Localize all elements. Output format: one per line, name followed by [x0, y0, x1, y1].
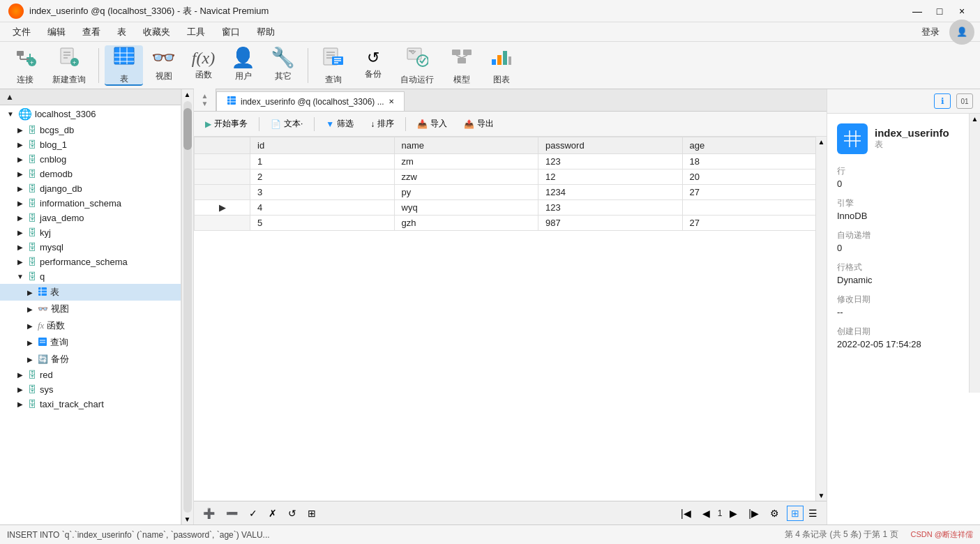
next-page-button[interactable]: ▶	[726, 506, 741, 520]
cell-1-age[interactable]: 18	[682, 154, 827, 169]
toolbar-chart[interactable]: 图表	[482, 45, 520, 86]
toolbar-query[interactable]: 查询	[314, 45, 352, 86]
first-page-button[interactable]: |◀	[677, 506, 695, 520]
sidebar-item-cnblog[interactable]: ▶ 🗄 cnblog	[0, 152, 181, 167]
sidebar-scroll-down-btn[interactable]: ▼	[183, 514, 193, 524]
sidebar-item-demodb[interactable]: ▶ 🗄 demodb	[0, 167, 181, 181]
query-expand[interactable]: ▶	[25, 339, 35, 347]
menu-view[interactable]: 查看	[75, 24, 107, 40]
sidebar-item-java_demo[interactable]: ▶ 🗄 java_demo	[0, 211, 181, 225]
table-scroll-up-btn[interactable]: ▲	[817, 137, 827, 147]
sidebar-item-kyj[interactable]: ▶ 🗄 kyj	[0, 225, 181, 240]
table-row[interactable]: 2 zzw 12 20	[195, 169, 827, 185]
toolbar-connect[interactable]: + 连接	[6, 45, 44, 86]
cell-4-password[interactable]: 123	[538, 200, 683, 216]
cell-4-id[interactable]: 4	[250, 200, 395, 216]
grid-view-button[interactable]: ⊞	[787, 506, 804, 521]
cell-5-age[interactable]: 27	[682, 216, 827, 231]
views-expand[interactable]: ▶	[25, 305, 35, 313]
cell-2-id[interactable]: 2	[250, 169, 395, 185]
sidebar-item-q-views[interactable]: ▶ 👓 视图	[0, 301, 181, 317]
sidebar-item-q-tables[interactable]: ▶ 表	[0, 284, 181, 301]
sort-button[interactable]: ↓ 排序	[365, 116, 400, 131]
toolbar-function[interactable]: f(x) 函数	[184, 45, 223, 86]
right-scrollbar[interactable]: ▲	[969, 114, 980, 393]
menu-file[interactable]: 文件	[6, 24, 38, 40]
filter-button[interactable]: ▼ 筛选	[320, 116, 359, 131]
cell-1-password[interactable]: 123	[538, 154, 683, 169]
info-panel-button[interactable]: ℹ	[934, 93, 951, 109]
toolbar-new-query[interactable]: + 新建查询	[45, 45, 93, 86]
toolbar-table[interactable]: 表	[105, 45, 143, 86]
page-settings-button[interactable]: ⚙	[767, 506, 783, 520]
remove-row-button[interactable]: ➖	[223, 506, 241, 520]
col-header-name[interactable]: name	[394, 137, 538, 154]
table-scroll-down-btn[interactable]: ▼	[817, 490, 827, 501]
sidebar-item-q-backups[interactable]: ▶ 🔄 备份	[0, 351, 181, 368]
list-view-button[interactable]: ☰	[805, 506, 821, 521]
menu-tools[interactable]: 工具	[180, 24, 212, 40]
java-expand[interactable]: ▶	[15, 214, 25, 222]
red-expand[interactable]: ▶	[15, 371, 25, 379]
cell-1-name[interactable]: zm	[394, 154, 538, 169]
prev-page-button[interactable]: ◀	[699, 506, 714, 520]
bcgs-expand[interactable]: ▶	[15, 126, 25, 134]
info-expand[interactable]: ▶	[15, 199, 25, 207]
last-page-button[interactable]: |▶	[745, 506, 762, 520]
toolbar-model[interactable]: 模型	[442, 45, 481, 86]
func-expand[interactable]: ▶	[25, 322, 35, 330]
cell-2-name[interactable]: zzw	[394, 169, 538, 185]
toolbar-backup[interactable]: ↺ 备份	[354, 45, 392, 86]
toolbar-user[interactable]: 👤 用户	[224, 45, 262, 86]
sidebar-item-red[interactable]: ▶ 🗄 red	[0, 368, 181, 382]
menu-edit[interactable]: 编辑	[40, 24, 73, 40]
perf-expand[interactable]: ▶	[15, 258, 25, 266]
sidebar-item-q-queries[interactable]: ▶ 查询	[0, 334, 181, 351]
django-expand[interactable]: ▶	[15, 185, 25, 192]
menu-favorites[interactable]: 收藏夹	[136, 24, 177, 40]
mysql-expand[interactable]: ▶	[15, 243, 25, 251]
cancel-row-button[interactable]: ✗	[265, 506, 280, 520]
refresh-button[interactable]: ↺	[285, 506, 300, 520]
import-button[interactable]: 📥 导入	[412, 116, 453, 131]
minimize-button[interactable]: —	[907, 3, 927, 19]
cell-4-name[interactable]: wyq	[394, 200, 538, 216]
sidebar-item-q-functions[interactable]: ▶ fx 函数	[0, 317, 181, 334]
cell-2-age[interactable]: 20	[682, 169, 827, 185]
user-avatar[interactable]: 👤	[949, 20, 974, 45]
blog-expand[interactable]: ▶	[15, 141, 25, 149]
table-row[interactable]: ▶ 4 wyq 123 16	[195, 200, 827, 216]
sidebar-scrollbar[interactable]: ▲ ▼	[181, 89, 193, 524]
sidebar-scroll-thumb[interactable]	[183, 108, 192, 150]
maximize-button[interactable]: □	[930, 3, 949, 19]
cell-3-age[interactable]: 27	[682, 185, 827, 200]
sys-expand[interactable]: ▶	[15, 386, 25, 393]
grid-settings-button[interactable]: ⊞	[304, 506, 319, 520]
sidebar-item-blog_1[interactable]: ▶ 🗄 blog_1	[0, 137, 181, 152]
col-header-password[interactable]: password	[538, 137, 683, 154]
add-row-button[interactable]: ➕	[199, 506, 218, 520]
cell-3-password[interactable]: 1234	[538, 185, 683, 200]
cell-5-password[interactable]: 987	[538, 216, 683, 231]
sidebar-item-sys[interactable]: ▶ 🗄 sys	[0, 382, 181, 397]
tab-close-icon[interactable]: ✕	[389, 98, 394, 105]
cell-2-password[interactable]: 12	[538, 169, 683, 185]
taxi-expand[interactable]: ▶	[15, 400, 25, 408]
begin-transaction-button[interactable]: ▶ 开始事务	[199, 116, 253, 131]
sidebar-scroll-up-btn[interactable]: ▲	[183, 89, 193, 100]
q-expand[interactable]: ▼	[15, 273, 25, 280]
sidebar-item-mysql[interactable]: ▶ 🗄 mysql	[0, 240, 181, 255]
menu-window[interactable]: 窗口	[215, 24, 247, 40]
toolbar-other[interactable]: 🔧 其它	[264, 45, 302, 86]
sidebar-item-root[interactable]: ▼ 🌐 localhost_3306	[0, 105, 181, 123]
menu-help[interactable]: 帮助	[250, 24, 282, 40]
tables-expand[interactable]: ▶	[25, 289, 35, 296]
demo-expand[interactable]: ▶	[15, 170, 25, 178]
sidebar-item-information_schema[interactable]: ▶ 🗄 information_schema	[0, 196, 181, 211]
sidebar-item-q[interactable]: ▼ 🗄 q	[0, 269, 181, 284]
root-expand-icon[interactable]: ▼	[6, 110, 15, 118]
menu-table[interactable]: 表	[110, 24, 133, 40]
col-header-age[interactable]: age	[682, 137, 827, 154]
confirm-button[interactable]: ✓	[246, 506, 261, 520]
backup-expand[interactable]: ▶	[25, 356, 35, 363]
